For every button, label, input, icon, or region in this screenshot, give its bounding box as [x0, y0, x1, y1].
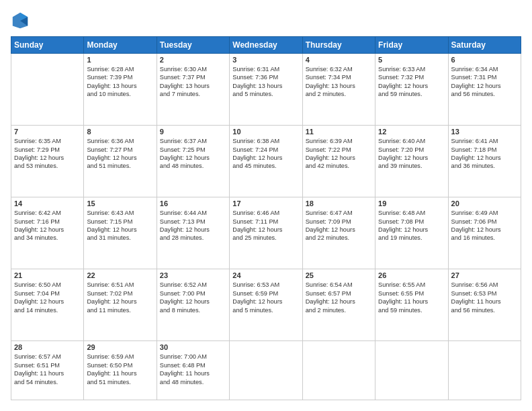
cell-text: Daylight: 12 hours	[306, 226, 372, 234]
cell-text: Sunrise: 6:28 AM	[87, 65, 153, 73]
cell-text: Daylight: 12 hours	[14, 298, 81, 306]
day-cell: 21Sunrise: 6:50 AMSunset: 7:04 PMDayligh…	[11, 269, 84, 341]
day-cell: 27Sunrise: 6:56 AMSunset: 6:53 PMDayligh…	[448, 269, 521, 341]
day-cell: 8Sunrise: 6:36 AMSunset: 7:27 PMDaylight…	[84, 126, 157, 197]
cell-text: Daylight: 12 hours	[306, 154, 372, 162]
cell-text: Daylight: 13 hours	[306, 82, 372, 90]
cell-text: Sunrise: 6:48 AM	[378, 209, 445, 217]
col-header-friday: Friday	[375, 37, 448, 54]
cell-text: Sunset: 7:31 PM	[451, 73, 518, 81]
cell-text: and 10 minutes.	[87, 90, 153, 98]
logo-icon	[11, 11, 30, 30]
cell-text: Sunrise: 6:39 AM	[306, 137, 372, 145]
day-cell: 19Sunrise: 6:48 AMSunset: 7:08 PMDayligh…	[375, 197, 448, 269]
day-cell: 18Sunrise: 6:47 AMSunset: 7:09 PMDayligh…	[302, 197, 375, 269]
cell-text: and 2 minutes.	[306, 306, 372, 314]
cell-text: Sunset: 7:37 PM	[160, 73, 226, 81]
cell-text: and 51 minutes.	[87, 162, 153, 170]
cell-text: and 59 minutes.	[378, 306, 445, 314]
cell-text: and 39 minutes.	[378, 162, 445, 170]
day-cell: 30Sunrise: 7:00 AMSunset: 6:48 PMDayligh…	[157, 341, 229, 400]
cell-text: Daylight: 12 hours	[160, 154, 226, 162]
cell-text: Sunrise: 6:31 AM	[232, 65, 299, 73]
cell-text: Sunrise: 6:33 AM	[378, 65, 445, 73]
cell-text: and 34 minutes.	[14, 234, 81, 242]
day-cell: 11Sunrise: 6:39 AMSunset: 7:22 PMDayligh…	[302, 126, 375, 197]
day-cell: 25Sunrise: 6:54 AMSunset: 6:57 PMDayligh…	[302, 269, 375, 341]
day-number: 17	[232, 199, 299, 208]
cell-text: Sunset: 7:18 PM	[451, 146, 518, 154]
cell-text: Sunset: 7:24 PM	[232, 146, 299, 154]
header	[11, 11, 521, 30]
cell-text: Sunrise: 6:43 AM	[87, 209, 153, 217]
cell-text: Daylight: 12 hours	[232, 298, 299, 306]
day-number: 28	[14, 343, 81, 351]
day-number: 3	[232, 56, 299, 64]
cell-text: Sunrise: 6:52 AM	[160, 281, 226, 289]
cell-text: Sunrise: 6:36 AM	[87, 137, 153, 145]
day-cell: 12Sunrise: 6:40 AMSunset: 7:20 PMDayligh…	[375, 126, 448, 197]
day-number: 2	[160, 56, 226, 64]
cell-text: and 53 minutes.	[14, 162, 81, 170]
cell-text: Daylight: 12 hours	[87, 226, 153, 234]
cell-text: Sunrise: 6:49 AM	[451, 209, 518, 217]
day-number: 13	[451, 128, 518, 136]
cell-text: and 48 minutes.	[160, 162, 226, 170]
day-cell: 29Sunrise: 6:59 AMSunset: 6:50 PMDayligh…	[84, 341, 157, 400]
cell-text: and 8 minutes.	[160, 306, 226, 314]
cell-text: and 51 minutes.	[87, 378, 153, 386]
cell-text: and 22 minutes.	[306, 234, 372, 242]
cell-text: Sunrise: 6:51 AM	[87, 281, 153, 289]
calendar-table: SundayMondayTuesdayWednesdayThursdayFrid…	[11, 36, 521, 400]
cell-text: Sunrise: 6:30 AM	[160, 65, 226, 73]
col-header-tuesday: Tuesday	[157, 37, 229, 54]
cell-text: Sunset: 7:04 PM	[14, 289, 81, 298]
cell-text: Sunset: 6:48 PM	[160, 361, 226, 369]
cell-text: Sunset: 6:57 PM	[306, 289, 372, 298]
day-number: 8	[87, 128, 153, 136]
cell-text: and 28 minutes.	[160, 234, 226, 242]
cell-text: and 16 minutes.	[451, 234, 518, 242]
day-number: 15	[87, 199, 153, 208]
day-cell: 26Sunrise: 6:55 AMSunset: 6:55 PMDayligh…	[375, 269, 448, 341]
cell-text: Sunrise: 6:46 AM	[232, 209, 299, 217]
day-number: 23	[160, 271, 226, 279]
cell-text: Daylight: 12 hours	[14, 226, 81, 234]
day-cell	[11, 54, 84, 126]
day-number: 4	[306, 56, 372, 64]
day-cell: 4Sunrise: 6:32 AMSunset: 7:34 PMDaylight…	[302, 54, 375, 126]
cell-text: Daylight: 12 hours	[306, 298, 372, 306]
day-number: 11	[306, 128, 372, 136]
day-cell: 9Sunrise: 6:37 AMSunset: 7:25 PMDaylight…	[157, 126, 229, 197]
day-number: 22	[87, 271, 153, 279]
day-number: 10	[232, 128, 299, 136]
col-header-monday: Monday	[84, 37, 157, 54]
cell-text: Sunset: 6:55 PM	[378, 289, 445, 298]
cell-text: Daylight: 12 hours	[378, 226, 445, 234]
cell-text: Sunset: 7:39 PM	[87, 73, 153, 81]
page: SundayMondayTuesdayWednesdayThursdayFrid…	[0, 0, 532, 411]
cell-text: Sunrise: 6:47 AM	[306, 209, 372, 217]
cell-text: Sunset: 7:11 PM	[232, 218, 299, 226]
cell-text: Sunrise: 6:57 AM	[14, 353, 81, 361]
cell-text: Daylight: 13 hours	[232, 82, 299, 90]
cell-text: Daylight: 13 hours	[87, 82, 153, 90]
day-cell	[230, 341, 302, 400]
day-number: 7	[14, 128, 81, 136]
cell-text: and 5 minutes.	[232, 306, 299, 314]
cell-text: and 19 minutes.	[378, 234, 445, 242]
cell-text: Sunset: 7:34 PM	[306, 73, 372, 81]
day-number: 20	[451, 199, 518, 208]
cell-text: Sunset: 7:22 PM	[306, 146, 372, 154]
cell-text: and 2 minutes.	[306, 90, 372, 98]
week-row-1: 1Sunrise: 6:28 AMSunset: 7:39 PMDaylight…	[11, 54, 521, 126]
day-number: 21	[14, 271, 81, 279]
cell-text: Daylight: 12 hours	[378, 82, 445, 90]
cell-text: Sunset: 7:09 PM	[306, 218, 372, 226]
day-cell: 22Sunrise: 6:51 AMSunset: 7:02 PMDayligh…	[84, 269, 157, 341]
cell-text: Sunrise: 6:38 AM	[232, 137, 299, 145]
cell-text: Sunrise: 6:44 AM	[160, 209, 226, 217]
cell-text: and 31 minutes.	[87, 234, 153, 242]
cell-text: Sunset: 7:08 PM	[378, 218, 445, 226]
cell-text: Daylight: 11 hours	[160, 369, 226, 377]
